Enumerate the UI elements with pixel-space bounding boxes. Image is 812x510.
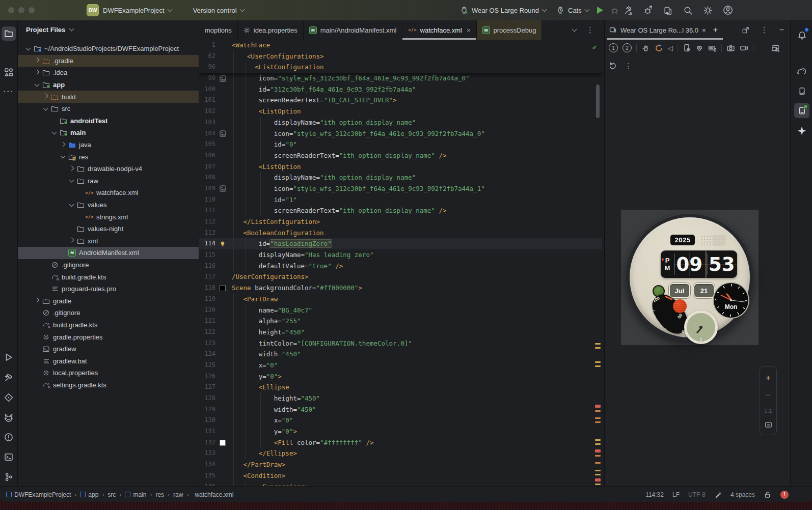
code-line-134[interactable]: 134</PartDraw> (199, 459, 602, 470)
caret-position-widget[interactable]: 114:32 (645, 491, 664, 498)
tree-item-androidTest[interactable]: androidTest (18, 115, 199, 127)
code-line-123[interactable]: 123tintColor="[CONFIGURATION.themeColor.… (199, 338, 602, 349)
terminal-tool-button[interactable] (2, 450, 16, 464)
code-line-105[interactable]: 105id="0" (199, 139, 602, 150)
chevron-down-icon[interactable] (67, 180, 76, 182)
resource-manager-tool-button[interactable] (2, 65, 16, 79)
indent-widget[interactable]: 4 spaces (730, 491, 755, 498)
problems-tool-button[interactable] (2, 430, 16, 444)
hardware-input-icon[interactable] (708, 44, 717, 52)
stripe-mark[interactable] (595, 405, 601, 408)
version-control-menu-button[interactable]: Version control (189, 4, 248, 17)
code-line-129[interactable]: 129width="450" (199, 404, 602, 415)
hide-panel-button[interactable]: − (779, 25, 784, 35)
project-menu-button[interactable]: DWFExampleProject (99, 4, 176, 17)
line-separator-widget[interactable]: LF (672, 491, 680, 498)
screenshot-icon[interactable] (726, 44, 735, 52)
profiler-icon[interactable] (643, 6, 653, 15)
tree-item-strings.xml[interactable]: </>strings.xml (18, 211, 199, 223)
tree-item-watchface.xml[interactable]: </>watchface.xml (18, 187, 199, 199)
code-line-122[interactable]: 122height="450" (199, 327, 602, 338)
tree-item-AndroidManifest.xml[interactable]: MAndroidManifest.xml (18, 247, 199, 259)
tree-item---AndroidStudioProjects-DWFExampleProject[interactable]: ~/AndroidStudioProjects/DWFExampleProjec… (18, 43, 199, 55)
zoom-out-button[interactable]: − (766, 390, 771, 401)
chevron-down-icon[interactable] (24, 48, 33, 50)
editor-scrollbar[interactable] (596, 84, 600, 118)
code-line-127[interactable]: 127<Ellipse (199, 382, 602, 393)
code-line-108[interactable]: 108displayName="ith_option_display_name" (199, 172, 602, 183)
add-device-button[interactable]: + (713, 25, 718, 35)
close-device-tab-icon[interactable]: × (702, 26, 706, 34)
code-line-1[interactable]: 1<WatchFace (199, 40, 602, 51)
tree-item-proguard-rules.pro[interactable]: proguard-rules.pro (18, 283, 199, 295)
open-in-new-window-icon[interactable] (742, 26, 749, 34)
tree-item-main[interactable]: main (18, 127, 199, 139)
chevron-down-icon[interactable] (67, 204, 76, 206)
code-line-112[interactable]: 112</ListConfiguration> (199, 216, 602, 228)
run-button[interactable] (597, 7, 603, 14)
tree-item-build.gradle.kts[interactable]: Kbuild.gradle.kts (18, 271, 199, 283)
chevron-right-icon[interactable] (33, 72, 41, 74)
stripe-mark[interactable] (595, 439, 601, 441)
device-manager-tool-button[interactable] (794, 83, 809, 99)
highlighting-level-icon[interactable] (714, 491, 722, 498)
gradle-tool-button[interactable] (794, 64, 809, 79)
gemini-tool-button[interactable] (794, 123, 809, 138)
zoom-reset-button[interactable]: 1:1 (764, 408, 772, 414)
code-editor[interactable]: 1<WatchFace62<UserConfigurations>96<List… (199, 40, 602, 486)
chevron-down-icon[interactable] (41, 108, 50, 110)
image-preview-icon[interactable] (219, 185, 227, 193)
tree-item-values-night[interactable]: values-night (18, 223, 199, 235)
chevron-right-icon[interactable] (33, 60, 41, 62)
chevron-right-icon[interactable] (33, 300, 41, 302)
code-line-120[interactable]: 120name="BG_40c7" (199, 305, 602, 316)
stripe-mark[interactable] (595, 484, 601, 485)
breadcrumb-item-src[interactable]: src (107, 491, 116, 498)
panel-options-button[interactable]: ⋮ (757, 25, 771, 35)
code-line-132[interactable]: 132<Fill color="#ffffffff" /> (199, 437, 602, 448)
stripe-mark[interactable] (595, 462, 601, 464)
search-icon[interactable] (683, 6, 693, 15)
readonly-lock-icon[interactable] (764, 491, 772, 499)
code-line-106[interactable]: 106screenReaderText="ith_option_display_… (199, 150, 602, 161)
device-tab[interactable]: Wear OS Large Ro...l 36.0 × (609, 26, 706, 34)
code-line-110[interactable]: 110id="1" (199, 194, 602, 206)
stripe-mark[interactable] (595, 347, 601, 349)
code-line-128[interactable]: 128height="450" (199, 393, 602, 404)
tree-item-.idea[interactable]: .idea (18, 67, 199, 79)
screen-record-icon[interactable] (740, 44, 748, 52)
tab-idea.properties[interactable]: idea.properties (238, 20, 304, 40)
stripe-mark[interactable] (595, 343, 601, 345)
rotate-device-icon[interactable] (655, 44, 663, 52)
error-indicator[interactable]: ! (780, 491, 789, 499)
image-preview-icon[interactable] (219, 130, 227, 138)
tree-item-res[interactable]: res (18, 151, 199, 163)
stripe-mark[interactable] (595, 417, 601, 419)
code-line-126[interactable]: 126y="0"> (199, 371, 602, 382)
code-line-124[interactable]: 124width="450" (199, 349, 602, 360)
code-line-113[interactable]: 113<BooleanConfiguration (199, 228, 602, 239)
chevron-down-icon[interactable] (33, 84, 41, 86)
device-screen[interactable]: 2025 P M 09 53 Jul (621, 210, 759, 345)
screen-search-icon[interactable] (771, 44, 780, 52)
device-settings-icon[interactable] (683, 44, 691, 52)
breadcrumb-item-res[interactable]: res (155, 491, 164, 498)
run-tool-button[interactable] (2, 350, 16, 364)
close-tab-icon[interactable]: × (467, 26, 471, 34)
code-line-102[interactable]: 102<ListOption (199, 106, 602, 117)
code-line-131[interactable]: 131y="0"> (199, 426, 602, 437)
project-view-header[interactable]: Project Files (18, 20, 199, 39)
back-button-icon[interactable]: ◁ (668, 44, 673, 52)
code-line-130[interactable]: 130x="0" (199, 415, 602, 426)
stripe-mark[interactable] (595, 449, 601, 452)
stripe-mark[interactable] (595, 455, 601, 457)
app-quality-insights-tool-button[interactable] (2, 390, 16, 405)
zoom-in-button[interactable]: + (766, 373, 771, 383)
code-line-125[interactable]: 125x="0" (199, 360, 602, 371)
inspections-ok-icon[interactable]: ✓✓ (592, 43, 594, 51)
tab-list-dropdown-button[interactable] (572, 27, 577, 32)
chevron-down-icon[interactable] (59, 156, 67, 158)
chevron-right-icon[interactable] (59, 144, 67, 146)
avatar[interactable] (723, 5, 733, 15)
zoom-fit-button[interactable] (765, 421, 772, 429)
